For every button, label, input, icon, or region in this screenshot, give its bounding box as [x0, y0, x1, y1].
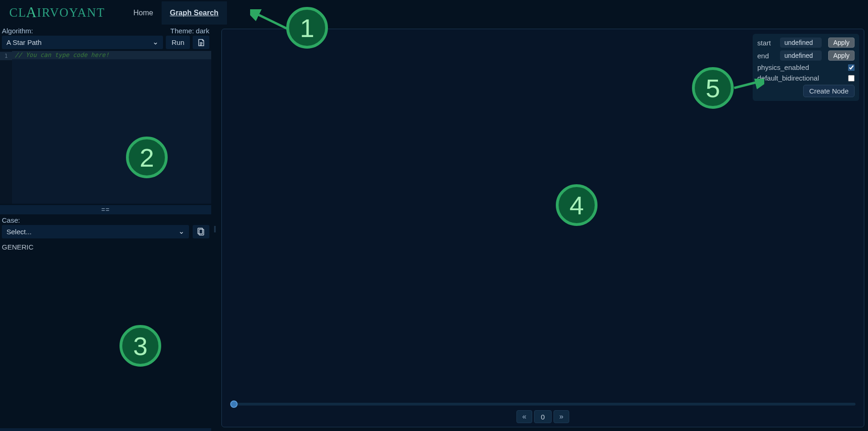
svg-text:IRVOYANT: IRVOYANT [37, 6, 105, 19]
generic-label: GENERIC [0, 241, 211, 253]
step-next-button[interactable]: » [554, 410, 569, 423]
svg-text:CL: CL [9, 6, 26, 19]
end-input[interactable] [780, 50, 822, 61]
default-bidirectional-label: default_bidirectional [757, 74, 819, 82]
algorithm-label: Algorithm: [2, 27, 33, 35]
timeline [222, 400, 864, 407]
script-icon [196, 38, 206, 47]
algorithm-select[interactable]: A Star Path [2, 36, 163, 49]
bottom-resize-handle[interactable] [0, 428, 211, 431]
step-display: 0 [534, 410, 552, 423]
step-slider[interactable] [230, 403, 855, 406]
slider-thumb[interactable] [230, 400, 238, 408]
logo: CL A IRVOYANT [9, 4, 111, 22]
end-apply-button[interactable]: Apply [828, 50, 855, 61]
start-input[interactable] [780, 37, 822, 48]
editor-gutter: 1 [0, 51, 12, 204]
default-bidirectional-checkbox[interactable] [848, 75, 855, 81]
graph-settings-panel: start Apply end Apply physics_enabled [753, 34, 859, 101]
create-node-button[interactable]: Create Node [803, 85, 855, 97]
graph-canvas[interactable]: start Apply end Apply physics_enabled [222, 29, 864, 400]
step-prev-button[interactable]: « [516, 410, 532, 423]
app-header: CL A IRVOYANT Home Graph Search [0, 0, 868, 26]
pane-divider[interactable]: == [0, 205, 211, 214]
vertical-splitter[interactable]: || [211, 26, 218, 431]
svg-text:A: A [26, 4, 37, 20]
theme-label[interactable]: Theme: dark [170, 27, 209, 35]
physics-enabled-checkbox[interactable] [848, 64, 855, 71]
code-editor[interactable]: 1 // You can type code here! [0, 51, 211, 204]
left-pane: Algorithm: Theme: dark A Star Path Run 1 [0, 26, 211, 431]
code-area[interactable]: // You can type code here! [12, 51, 211, 204]
nav-home[interactable]: Home [125, 1, 162, 25]
right-pane: start Apply end Apply physics_enabled [218, 26, 868, 431]
clipboard-icon-button[interactable] [193, 225, 209, 238]
case-label: Case: [0, 214, 211, 225]
attach-icon-button[interactable] [193, 36, 209, 49]
graph-canvas-frame: start Apply end Apply physics_enabled [221, 29, 864, 427]
case-select[interactable]: Select... [2, 225, 189, 238]
line-number: 1 [0, 52, 12, 60]
end-label: end [757, 52, 774, 60]
physics-enabled-label: physics_enabled [757, 63, 809, 71]
clipboard-icon [196, 227, 206, 237]
nav-links: Home Graph Search [125, 1, 227, 25]
run-button[interactable]: Run [166, 36, 190, 49]
start-apply-button[interactable]: Apply [828, 37, 855, 48]
nav-graph-search[interactable]: Graph Search [162, 1, 227, 25]
start-label: start [757, 39, 774, 47]
code-comment: // You can type code here! [12, 51, 211, 59]
